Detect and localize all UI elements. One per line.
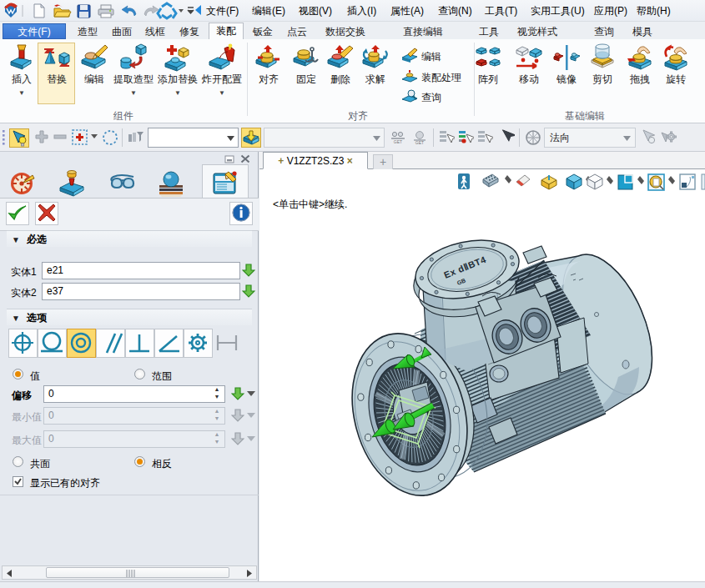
svg-text:GET: GET	[415, 140, 424, 145]
svg-text:GET: GET	[394, 139, 402, 144]
